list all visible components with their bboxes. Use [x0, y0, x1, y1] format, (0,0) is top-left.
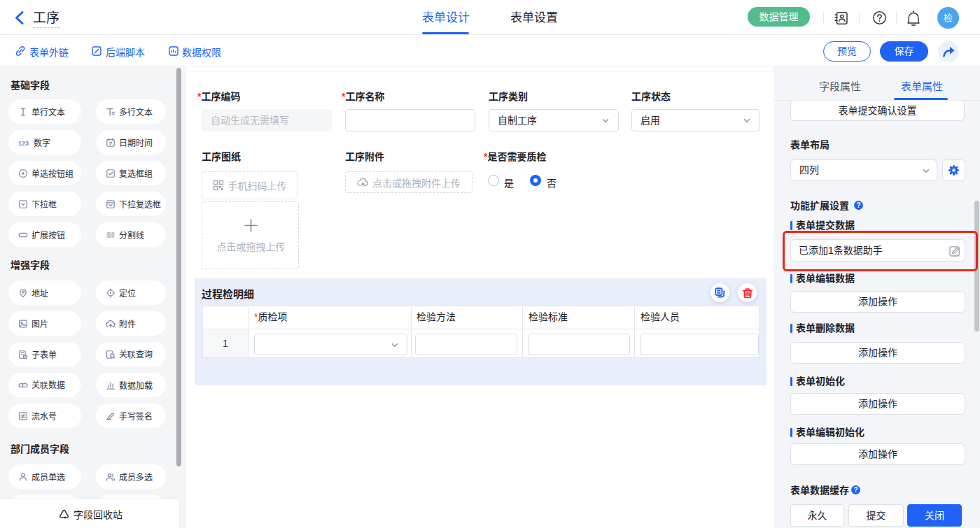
svg-text:123: 123 — [18, 140, 29, 147]
